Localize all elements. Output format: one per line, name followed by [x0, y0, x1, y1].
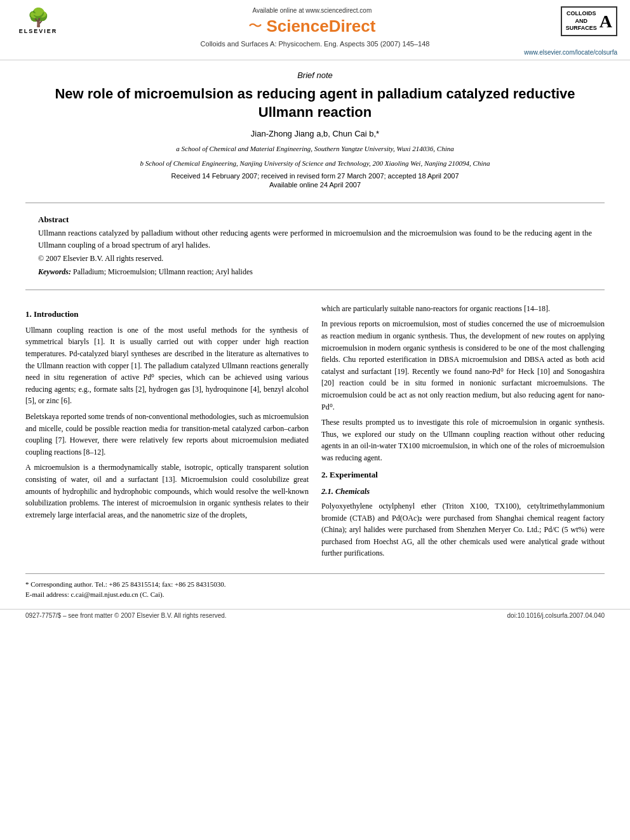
- abstract-heading: Abstract: [38, 215, 592, 225]
- page: 🌳 ELSEVIER Available online at www.scien…: [0, 0, 630, 840]
- footnotes: * Corresponding author. Tel.: +86 25 843…: [0, 577, 630, 603]
- section1-p1: Ullmann coupling reaction is one of the …: [25, 324, 309, 407]
- sciencedirect-branding: Available online at www.sciencedirect.co…: [64, 7, 561, 36]
- keywords-label: Keywords:: [38, 267, 71, 276]
- section2-1-p1: Polyoxyethylene octylphenyl ether (Trito…: [321, 500, 605, 559]
- footer-bar: 0927-7757/$ – see front matter © 2007 El…: [0, 609, 630, 622]
- header: 🌳 ELSEVIER Available online at www.scien…: [0, 0, 630, 60]
- article-header: Brief note New role of microemulsion as …: [0, 60, 630, 196]
- section2-title: 2. Experimental: [321, 469, 605, 481]
- journal-url: www.elsevier.com/locate/colsurfa: [13, 49, 617, 56]
- sd-text: ScienceDirect: [266, 17, 375, 36]
- affiliation-b: b School of Chemical Engineering, Nanjin…: [38, 158, 592, 169]
- section1-p3: A microemulsion is a thermodynamically s…: [25, 462, 309, 521]
- footer-issn: 0927-7757/$ – see front matter © 2007 El…: [25, 612, 227, 619]
- affiliation-a: a School of Chemical and Material Engine…: [38, 143, 592, 154]
- elsevier-tree-icon: 🌳: [27, 9, 50, 27]
- elsevier-wordmark: ELSEVIER: [19, 28, 58, 34]
- left-column: 1. Introduction Ullmann coupling reactio…: [25, 303, 309, 563]
- sciencedirect-logo: 〜 ScienceDirect: [248, 17, 375, 36]
- section2-1-title: 2.1. Chemicals: [321, 486, 605, 498]
- section1-title: 1. Introduction: [25, 308, 309, 321]
- keywords-values: Palladium; Microemulsion; Ullmann reacti…: [73, 267, 253, 276]
- section1-p2: Beletskaya reported some trends of non-c…: [25, 411, 309, 458]
- section1-right-p3: These results prompted us to investigate…: [321, 417, 605, 463]
- article-title: New role of microemulsion as reducing ag…: [38, 85, 592, 121]
- article-type: Brief note: [38, 70, 592, 80]
- available-online-text: Available online at www.sciencedirect.co…: [253, 7, 372, 14]
- two-column-body: 1. Introduction Ullmann coupling reactio…: [0, 297, 630, 570]
- abstract-divider: [25, 290, 605, 290]
- copyright-text: © 2007 Elsevier B.V. All rights reserved…: [38, 254, 592, 263]
- keywords: Keywords: Palladium; Microemulsion; Ullm…: [38, 267, 592, 277]
- authors: Jian-Zhong Jiang a,b, Chun Cai b,*: [38, 129, 592, 138]
- section1-right-p2: In previous reports on microemulsion, mo…: [321, 318, 605, 413]
- abstract-text: Ullmann reactions catalyzed by palladium…: [38, 227, 592, 251]
- available-online: Available online 24 April 2007: [38, 181, 592, 189]
- elsevier-logo: 🌳 ELSEVIER: [13, 9, 64, 34]
- journal-name-text: COLLOIDSANDSURFACES: [566, 10, 597, 32]
- right-column: which are particularly suitable nano-rea…: [321, 303, 605, 563]
- footnote-divider: [25, 573, 605, 574]
- footer-doi: doi:10.1016/j.colsurfa.2007.04.040: [507, 612, 605, 619]
- received-dates: Received 14 February 2007; received in r…: [38, 172, 592, 180]
- sd-wave-icon: 〜: [248, 17, 262, 36]
- journal-logo-box: COLLOIDSANDSURFACES A: [561, 6, 617, 36]
- footnote-star: * Corresponding author. Tel.: +86 25 843…: [25, 579, 605, 590]
- journal-letter-a: A: [600, 11, 612, 32]
- abstract-section: Abstract Ullmann reactions catalyzed by …: [0, 210, 630, 283]
- footnote-email: E-mail address: c.cai@mail.njust.edu.cn …: [25, 589, 605, 600]
- section1-right-p1: which are particularly suitable nano-rea…: [321, 303, 605, 315]
- journal-citation: Colloids and Surfaces A: Physicochem. En…: [13, 40, 617, 48]
- header-divider: [25, 203, 605, 203]
